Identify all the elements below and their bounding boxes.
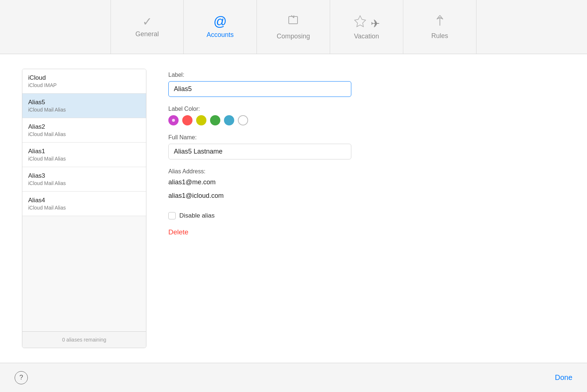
main-content: iCloud iCloud IMAP Alias5 iCloud Mail Al…	[0, 54, 587, 363]
toolbar: ✓ General @ Accounts Composing ✈ Vacatio…	[0, 0, 587, 54]
accounts-icon: @	[213, 15, 227, 28]
account-item-alias2[interactable]: Alias2 iCloud Mail Alias	[22, 118, 146, 143]
tab-rules-label: Rules	[431, 32, 448, 40]
alias-address-value-1: alias1@me.com	[168, 178, 565, 186]
swatch-green[interactable]	[210, 115, 220, 125]
disable-alias-label: Disable alias	[179, 212, 214, 219]
composing-icon	[287, 14, 300, 30]
label-color-field-group: Label Color:	[168, 106, 565, 125]
account-type-alias5: iCloud Mail Alias	[28, 107, 140, 113]
account-name-alias4: Alias4	[28, 197, 140, 204]
delete-button[interactable]: Delete	[168, 228, 565, 236]
account-item-alias5[interactable]: Alias5 iCloud Mail Alias	[22, 94, 146, 118]
label-field-group: Label:	[168, 72, 565, 97]
swatch-purple[interactable]	[168, 115, 179, 125]
color-swatches	[168, 115, 565, 125]
disable-alias-row[interactable]: Disable alias	[168, 212, 565, 219]
account-name-alias2: Alias2	[28, 123, 140, 131]
vacation-icon: ✈	[353, 14, 380, 30]
alias-address-label: Alias Address:	[168, 168, 565, 175]
account-item-icloud[interactable]: iCloud iCloud IMAP	[22, 69, 146, 94]
rules-icon	[433, 14, 446, 29]
bottom-bar: ? Done	[0, 363, 587, 392]
tab-vacation-label: Vacation	[354, 33, 379, 40]
alias-address-field-group: Alias Address: alias1@me.com alias1@iclo…	[168, 168, 565, 200]
tab-rules[interactable]: Rules	[403, 0, 476, 54]
account-name-alias5: Alias5	[28, 99, 140, 106]
full-name-field-group: Full Name:	[168, 134, 565, 159]
disable-alias-checkbox[interactable]	[168, 212, 176, 219]
help-button[interactable]: ?	[15, 371, 28, 384]
account-item-alias4[interactable]: Alias4 iCloud Mail Alias	[22, 192, 146, 216]
tab-composing-label: Composing	[277, 33, 310, 40]
tab-vacation[interactable]: ✈ Vacation	[330, 0, 403, 54]
tab-composing[interactable]: Composing	[257, 0, 330, 54]
account-type-alias3: iCloud Mail Alias	[28, 180, 140, 186]
account-type-icloud: iCloud IMAP	[28, 82, 140, 88]
swatch-none[interactable]	[238, 115, 248, 125]
alias-address-value-2: alias1@icloud.com	[168, 192, 565, 200]
swatch-red[interactable]	[182, 115, 192, 125]
account-item-alias3[interactable]: Alias3 iCloud Mail Alias	[22, 167, 146, 192]
account-type-alias2: iCloud Mail Alias	[28, 131, 140, 137]
label-color-label: Label Color:	[168, 106, 565, 112]
account-name-alias1: Alias1	[28, 148, 140, 155]
swatch-yellow[interactable]	[196, 115, 206, 125]
full-name-input[interactable]	[168, 144, 351, 159]
tab-general[interactable]: ✓ General	[111, 0, 184, 54]
swatch-cyan[interactable]	[224, 115, 234, 125]
general-icon: ✓	[142, 16, 152, 27]
tab-general-label: General	[135, 30, 159, 38]
aliases-remaining: 0 aliases remaining	[22, 331, 146, 348]
help-icon: ?	[19, 374, 23, 381]
account-name-alias3: Alias3	[28, 172, 140, 180]
account-list: iCloud iCloud IMAP Alias5 iCloud Mail Al…	[22, 69, 146, 348]
label-field-label: Label:	[168, 72, 565, 78]
tab-accounts[interactable]: @ Accounts	[184, 0, 257, 54]
account-list-panel: iCloud iCloud IMAP Alias5 iCloud Mail Al…	[22, 69, 146, 348]
account-item-alias1[interactable]: Alias1 iCloud Mail Alias	[22, 143, 146, 167]
tab-accounts-label: Accounts	[206, 31, 233, 39]
detail-panel: Label: Label Color: Full Name: Alias Add…	[168, 69, 565, 348]
full-name-label: Full Name:	[168, 134, 565, 141]
label-input[interactable]	[168, 81, 351, 97]
account-type-alias1: iCloud Mail Alias	[28, 156, 140, 162]
done-button[interactable]: Done	[555, 373, 572, 382]
account-type-alias4: iCloud Mail Alias	[28, 205, 140, 211]
account-name-icloud: iCloud	[28, 74, 140, 82]
